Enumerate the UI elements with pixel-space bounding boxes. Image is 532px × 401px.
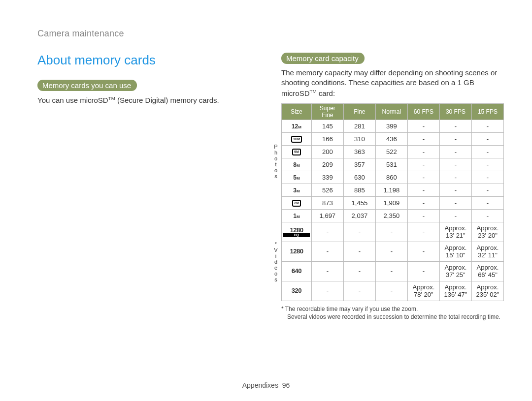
table-cell: -	[471, 184, 503, 196]
table-cell: -	[375, 242, 407, 261]
table-cell: 873	[311, 196, 343, 209]
table-cell: 281	[343, 120, 375, 132]
memory-cards-use-body: You can use microSDTM (Secure Digital) m…	[37, 95, 266, 105]
footnote-text: The recordable time may vary if you use …	[284, 306, 418, 312]
size-cell: 320	[282, 281, 312, 301]
section-pill-memory-card-capacity: Memory card capacity	[281, 53, 365, 64]
table-cell: -	[311, 261, 343, 281]
table-cell: -	[375, 222, 407, 242]
page-footer: Appendixes 96	[0, 381, 532, 389]
table-header-cell: Normal	[375, 103, 407, 120]
size-cell: 10M	[282, 132, 312, 145]
table-cell: -	[343, 242, 375, 261]
table-cell: -	[439, 196, 471, 209]
table-header-row: SizeSuper FineFineNormal60 FPS30 FPS15 F…	[282, 103, 504, 120]
table-cell: -	[311, 222, 343, 242]
table-cell: Approx.15' 10"	[439, 242, 471, 261]
table-cell: 339	[311, 171, 343, 184]
table-cell: Approx.136' 47"	[439, 281, 471, 301]
size-cell: 12M	[282, 120, 312, 132]
table-cell: -	[471, 158, 503, 171]
table-cell: 1,909	[375, 196, 407, 209]
table-cell: -	[407, 196, 439, 209]
capacity-table-wrap: Photos *Videos SizeSuper FineFineNormal6…	[281, 103, 504, 301]
table-row: 640----Approx.37' 25"Approx.66' 45"	[282, 261, 504, 281]
table-row: 1280----Approx.15' 10"Approx.32' 11"	[282, 242, 504, 261]
table-cell: 436	[375, 132, 407, 145]
table-cell: -	[439, 158, 471, 171]
table-row: 1M1,6972,0372,350---	[282, 209, 504, 222]
footnote: * The recordable time may vary if you us…	[281, 305, 504, 321]
row-group-label-videos: *Videos	[273, 241, 278, 283]
table-cell: Approx.66' 45"	[471, 261, 503, 281]
trademark-sup: TM	[108, 95, 115, 101]
size-cell: 1M	[282, 209, 312, 222]
page-title: About memory cards	[37, 53, 266, 68]
table-cell: -	[439, 209, 471, 222]
table-cell: -	[471, 209, 503, 222]
table-cell: -	[471, 196, 503, 209]
table-cell: -	[407, 145, 439, 158]
table-cell: -	[439, 132, 471, 145]
memory-card-capacity-body: The memory capacity may differ depending…	[281, 68, 504, 98]
table-cell: 310	[343, 132, 375, 145]
table-cell: 200	[311, 145, 343, 158]
table-cell: -	[375, 261, 407, 281]
table-cell: 526	[311, 184, 343, 196]
footer-section-name: Appendixes	[242, 381, 278, 389]
size-cell: 2M	[282, 196, 312, 209]
table-row: 3M5268851,198---	[282, 184, 504, 196]
table-row: 8M209357531---	[282, 158, 504, 171]
size-cell: 3M	[282, 184, 312, 196]
table-row: 9M200363522---	[282, 145, 504, 158]
table-cell: 145	[311, 120, 343, 132]
footnote-text: Several videos were recorded in successi…	[284, 313, 500, 321]
table-cell: 209	[311, 158, 343, 171]
size-cell: 9M	[282, 145, 312, 158]
table-cell: Approx.235' 02"	[471, 281, 503, 301]
table-cell: -	[311, 242, 343, 261]
table-cell: 2,037	[343, 209, 375, 222]
table-header-cell: 60 FPS	[407, 103, 439, 120]
trademark-sup: TM	[310, 89, 317, 94]
size-cell: 1280HQ	[282, 222, 312, 242]
table-cell: Approx.32' 11"	[471, 242, 503, 261]
table-cell: -	[471, 120, 503, 132]
size-cell: 1280	[282, 242, 312, 261]
table-cell: -	[407, 222, 439, 242]
table-cell: Approx.37' 25"	[439, 261, 471, 281]
table-cell: 1,697	[311, 209, 343, 222]
table-cell: -	[407, 120, 439, 132]
table-header-cell: Fine	[343, 103, 375, 120]
text-fragment: (Secure Digital) memory cards.	[115, 96, 219, 104]
table-cell: -	[407, 158, 439, 171]
table-cell: Approx.23' 20"	[471, 222, 503, 242]
table-cell: 630	[343, 171, 375, 184]
table-cell: 860	[375, 171, 407, 184]
table-cell: 166	[311, 132, 343, 145]
table-cell: -	[471, 132, 503, 145]
table-cell: 1,198	[375, 184, 407, 196]
table-row: 1280HQ----Approx.13' 21"Approx.23' 20"	[282, 222, 504, 242]
breadcrumb: Camera maintenance	[37, 29, 499, 39]
table-cell: -	[439, 145, 471, 158]
table-cell: 357	[343, 158, 375, 171]
table-header-cell: 15 FPS	[471, 103, 503, 120]
table-cell: -	[343, 261, 375, 281]
table-header-cell: Size	[282, 103, 312, 120]
table-cell: 1,455	[343, 196, 375, 209]
table-cell: -	[343, 281, 375, 301]
table-cell: Approx.78' 20"	[407, 281, 439, 301]
table-cell: 522	[375, 145, 407, 158]
row-group-label-photos: Photos	[273, 144, 278, 180]
table-cell: -	[407, 242, 439, 261]
table-cell: -	[407, 261, 439, 281]
table-cell: Approx.13' 21"	[439, 222, 471, 242]
table-body: 12M145281399---10M166310436---9M20036352…	[282, 120, 504, 301]
size-cell: 5M	[282, 171, 312, 184]
table-cell: -	[311, 281, 343, 301]
table-cell: -	[407, 209, 439, 222]
capacity-table: SizeSuper FineFineNormal60 FPS30 FPS15 F…	[281, 103, 504, 301]
table-header-cell: Super Fine	[311, 103, 343, 120]
left-column: About memory cards Memory cards you can …	[37, 53, 266, 327]
